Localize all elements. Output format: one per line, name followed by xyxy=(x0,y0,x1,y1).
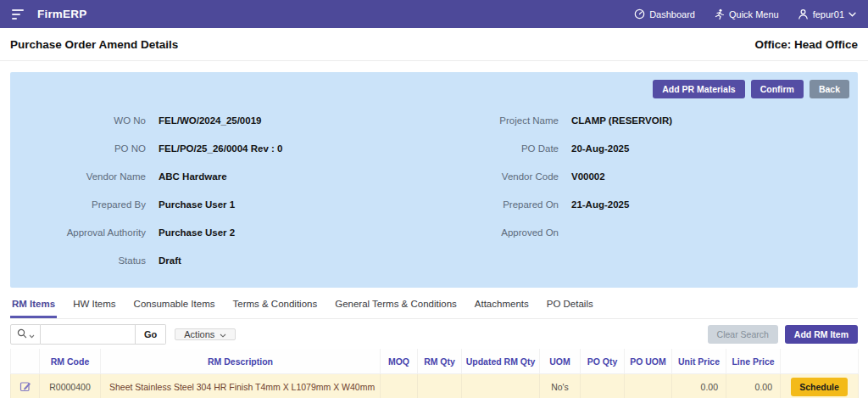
dashboard-icon xyxy=(634,8,645,20)
field-value: ABC Hardware xyxy=(159,171,227,182)
tab-attachments[interactable]: Attachments xyxy=(473,295,531,318)
table-header-row: RM Code RM Description MOQ RM Qty Update… xyxy=(11,349,859,374)
table-row: R0000400 Sheet Stainless Steel 304 HR Fi… xyxy=(11,374,859,398)
cell-moq xyxy=(381,374,418,398)
tab-rm-items[interactable]: RM Items xyxy=(10,295,57,318)
column-header-moq: MOQ xyxy=(381,349,418,374)
clear-search-button[interactable]: Clear Search xyxy=(708,325,778,344)
dashboard-link[interactable]: Dashboard xyxy=(634,8,695,20)
quick-menu-label: Quick Menu xyxy=(729,9,779,20)
search-input[interactable] xyxy=(41,324,136,345)
cell-action: Schedule xyxy=(781,374,859,398)
field-label: WO No xyxy=(10,115,159,126)
field-value: Draft xyxy=(159,255,181,266)
back-button[interactable]: Back xyxy=(810,80,849,98)
toolbar-right-buttons: Clear Search Add RM Item xyxy=(708,325,858,344)
column-header-po-qty: PO Qty xyxy=(581,349,625,374)
cell-po-qty xyxy=(581,374,625,398)
top-app-bar: FirmERP Dashboard Quick Menu fepur01 xyxy=(0,0,868,28)
add-pr-materials-button[interactable]: Add PR Materials xyxy=(653,80,744,98)
field-po-date: PO Date 20-Aug-2025 xyxy=(434,134,858,162)
search-options-button[interactable] xyxy=(10,324,41,345)
field-vendor-name: Vendor Name ABC Hardware xyxy=(10,162,434,190)
page-title: Purchase Order Amend Details xyxy=(10,38,178,51)
search-group: Go xyxy=(10,324,166,345)
edit-cell xyxy=(11,374,40,398)
field-label: Status xyxy=(10,255,159,266)
field-value: FEL/WO/2024_25/0019 xyxy=(159,115,261,126)
cell-unit-price: 0.00 xyxy=(672,374,726,398)
field-label: Project Name xyxy=(434,115,571,126)
cell-uom: No's xyxy=(540,374,581,398)
column-header-rm-code: RM Code xyxy=(40,349,101,374)
cell-rm-code: R0000400 xyxy=(40,374,101,398)
field-label: Prepared By xyxy=(10,199,159,210)
field-prepared-on: Prepared On 21-Aug-2025 xyxy=(434,190,858,218)
po-form-left-column: WO No FEL/WO/2024_25/0019 PO NO FEL/PO/2… xyxy=(10,106,434,274)
rm-items-toolbar: Go Actions Clear Search Add RM Item xyxy=(10,324,858,345)
detail-tabs: RM Items HW Items Consumable Items Terms… xyxy=(10,288,858,319)
po-form-right-column: Project Name CLAMP (RESERVOIR) PO Date 2… xyxy=(434,106,858,274)
cell-rm-qty xyxy=(418,374,462,398)
column-header-po-uom: PO UOM xyxy=(625,349,672,374)
user-menu[interactable]: fepur01 xyxy=(798,8,856,20)
cell-line-price: 0.00 xyxy=(726,374,781,398)
quick-menu-link[interactable]: Quick Menu xyxy=(714,8,779,20)
tab-general-terms-conditions[interactable]: General Terms & Conditions xyxy=(333,295,459,318)
dashboard-label: Dashboard xyxy=(649,9,695,20)
rm-items-table: RM Code RM Description MOQ RM Qty Update… xyxy=(10,349,859,398)
field-label: Approval Authority xyxy=(10,227,159,238)
field-wo-no: WO No FEL/WO/2024_25/0019 xyxy=(10,106,434,134)
cell-rm-description: Sheet Stainless Steel 304 HR Finish T4mm… xyxy=(101,374,381,398)
tab-po-details[interactable]: PO Details xyxy=(545,295,595,318)
go-button[interactable]: Go xyxy=(136,324,166,345)
username-label: fepur01 xyxy=(813,9,844,20)
column-header-line-price: Line Price xyxy=(726,349,781,374)
cell-updated-rm-qty xyxy=(462,374,540,398)
cell-po-uom xyxy=(625,374,672,398)
chevron-down-icon xyxy=(220,329,226,339)
field-project-name: Project Name CLAMP (RESERVOIR) xyxy=(434,106,858,134)
field-po-no: PO NO FEL/PO/25_26/0004 Rev : 0 xyxy=(10,134,434,162)
field-value: V00002 xyxy=(571,171,605,182)
edit-column-header xyxy=(11,349,40,374)
field-value: 20-Aug-2025 xyxy=(571,143,629,154)
field-approved-on: Approved On xyxy=(434,218,858,246)
panel-action-buttons: Add PR Materials Confirm Back xyxy=(653,80,849,98)
field-status: Status Draft xyxy=(10,246,434,274)
column-header-rm-qty: RM Qty xyxy=(418,349,462,374)
field-value: FEL/PO/25_26/0004 Rev : 0 xyxy=(159,143,282,154)
field-value: CLAMP (RESERVOIR) xyxy=(571,115,672,126)
page-header: Purchase Order Amend Details Office: Hea… xyxy=(0,28,868,61)
field-label: Approved On xyxy=(434,227,571,238)
field-value: Purchase User 1 xyxy=(159,199,235,210)
column-header-updated-rm-qty: Updated RM Qty xyxy=(462,349,540,374)
tab-terms-conditions[interactable]: Terms & Conditions xyxy=(231,295,319,318)
po-details-panel: Add PR Materials Confirm Back WO No FEL/… xyxy=(10,72,858,288)
actions-label: Actions xyxy=(184,329,214,339)
field-label: Vendor Code xyxy=(434,171,571,182)
menu-icon[interactable] xyxy=(12,9,24,20)
field-label: Prepared On xyxy=(434,199,571,210)
user-icon xyxy=(798,8,809,20)
app-brand: FirmERP xyxy=(37,8,86,20)
field-label: PO Date xyxy=(434,143,571,154)
confirm-button[interactable]: Confirm xyxy=(751,80,804,98)
search-icon xyxy=(17,327,27,342)
field-label: PO NO xyxy=(10,143,159,154)
field-vendor-code: Vendor Code V00002 xyxy=(434,162,858,190)
top-navigation: Dashboard Quick Menu fepur01 xyxy=(634,8,856,20)
field-value: Purchase User 2 xyxy=(159,227,235,238)
edit-icon[interactable] xyxy=(19,380,31,394)
column-header-uom: UOM xyxy=(540,349,581,374)
actions-button[interactable]: Actions xyxy=(175,328,236,340)
field-approval-authority: Approval Authority Purchase User 2 xyxy=(10,218,434,246)
office-label: Office: Head Office xyxy=(754,38,858,51)
column-header-rm-description: RM Description xyxy=(101,349,381,374)
po-form: WO No FEL/WO/2024_25/0019 PO NO FEL/PO/2… xyxy=(10,72,858,274)
tab-hw-items[interactable]: HW Items xyxy=(71,295,117,318)
tab-consumable-items[interactable]: Consumable Items xyxy=(132,295,217,318)
add-rm-item-button[interactable]: Add RM Item xyxy=(785,325,858,344)
schedule-button[interactable]: Schedule xyxy=(791,378,848,396)
quick-menu-icon xyxy=(714,8,725,20)
